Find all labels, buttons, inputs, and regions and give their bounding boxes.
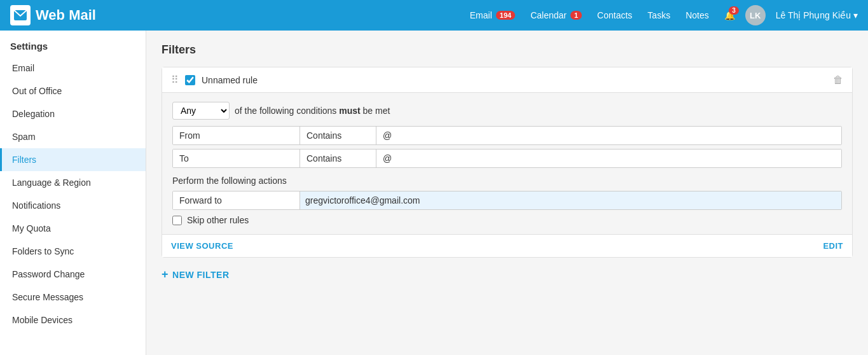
top-nav: Email 194 Calendar 1 Contacts Tasks Note… — [470, 8, 709, 23]
main-layout: Settings Email Out of Office Delegation … — [0, 31, 868, 355]
nav-tasks-label: Tasks — [647, 10, 670, 20]
logo: Web Mail — [10, 5, 96, 25]
logo-icon — [10, 5, 31, 25]
filter-footer: VIEW SOURCE EDIT — [162, 234, 852, 257]
nav-contacts[interactable]: Contacts — [597, 8, 632, 23]
any-select[interactable]: Any — [172, 102, 230, 120]
condition-intro-text: of the following conditions must be met — [235, 106, 390, 116]
condition-to-field: To — [173, 150, 300, 167]
nav-contacts-label: Contacts — [597, 10, 632, 20]
plus-icon: + — [162, 268, 169, 281]
sidebar-item-language-region[interactable]: Language & Region — [0, 171, 146, 194]
sidebar-item-out-of-office[interactable]: Out of Office — [0, 80, 146, 102]
filter-card: ⠿ Unnamed rule 🗑 Any of the following co… — [162, 67, 853, 258]
topbar: Web Mail Email 194 Calendar 1 Contacts T… — [0, 0, 868, 31]
skip-row: Skip other rules — [172, 215, 842, 225]
sidebar-item-filters[interactable]: Filters — [0, 148, 146, 171]
sidebar-item-my-quota[interactable]: My Quota — [0, 217, 146, 240]
sidebar-item-notifications[interactable]: Notifications — [0, 194, 146, 217]
sidebar-item-spam[interactable]: Spam — [0, 125, 146, 148]
sidebar-item-mobile-devices[interactable]: Mobile Devices — [0, 309, 146, 331]
nav-notes[interactable]: Notes — [685, 8, 709, 23]
skip-other-rules-label: Skip other rules — [187, 215, 249, 225]
nav-email-label: Email — [470, 10, 492, 20]
sidebar-heading: Settings — [0, 31, 146, 57]
delete-rule-icon[interactable]: 🗑 — [833, 74, 843, 86]
page-title: Filters — [162, 43, 853, 57]
sidebar: Settings Email Out of Office Delegation … — [0, 31, 146, 355]
sidebar-item-secure-messages[interactable]: Secure Messages — [0, 286, 146, 309]
nav-tasks[interactable]: Tasks — [647, 8, 670, 23]
edit-button[interactable]: EDIT — [823, 241, 843, 251]
actions-heading: Perform the following actions — [172, 176, 842, 186]
action-row-forward: Forward to — [172, 191, 842, 210]
topbar-right: 🔔 3 LK Lê Thị Phụng Kiều ▾ — [724, 5, 858, 25]
rule-enabled-checkbox[interactable] — [185, 75, 195, 85]
sidebar-item-delegation[interactable]: Delegation — [0, 102, 146, 125]
nav-calendar-badge: 1 — [570, 11, 582, 20]
action-forward-type: Forward to — [173, 191, 300, 209]
sidebar-item-folders-to-sync[interactable]: Folders to Sync — [0, 240, 146, 263]
condition-to-value: @ — [376, 150, 841, 167]
sidebar-item-password-change[interactable]: Password Change — [0, 263, 146, 286]
sidebar-item-email[interactable]: Email — [0, 57, 146, 80]
bell-badge: 3 — [729, 6, 739, 15]
nav-notes-label: Notes — [685, 10, 709, 20]
nav-calendar-label: Calendar — [530, 10, 567, 20]
avatar: LK — [745, 5, 766, 25]
nav-calendar[interactable]: Calendar 1 — [530, 8, 582, 23]
skip-other-rules-checkbox[interactable] — [172, 216, 182, 225]
condition-row-from: From Contains @ — [172, 126, 842, 145]
condition-from-value: @ — [376, 127, 841, 144]
filter-body: Any of the following conditions must be … — [162, 93, 852, 234]
nav-email-badge: 194 — [496, 11, 515, 20]
condition-to-operator: Contains — [300, 150, 376, 167]
rule-name: Unnamed rule — [202, 75, 827, 85]
filter-card-header: ⠿ Unnamed rule 🗑 — [162, 67, 852, 93]
notifications-bell[interactable]: 🔔 3 — [724, 10, 735, 20]
condition-from-field: From — [173, 127, 300, 144]
main-content: Filters ⠿ Unnamed rule 🗑 Any of the foll… — [146, 31, 868, 355]
action-forward-value[interactable] — [300, 191, 841, 209]
new-filter-label: NEW FILTER — [172, 270, 230, 280]
logo-text: Web Mail — [36, 7, 96, 24]
user-name[interactable]: Lê Thị Phụng Kiều ▾ — [776, 10, 858, 20]
drag-handle-icon[interactable]: ⠿ — [171, 74, 179, 86]
new-filter-button[interactable]: + NEW FILTER — [162, 268, 230, 281]
condition-row-to: To Contains @ — [172, 149, 842, 168]
view-source-button[interactable]: VIEW SOURCE — [171, 241, 233, 251]
nav-email[interactable]: Email 194 — [470, 8, 515, 23]
chevron-down-icon: ▾ — [853, 10, 858, 20]
condition-from-operator: Contains — [300, 127, 376, 144]
condition-header: Any of the following conditions must be … — [172, 102, 842, 120]
